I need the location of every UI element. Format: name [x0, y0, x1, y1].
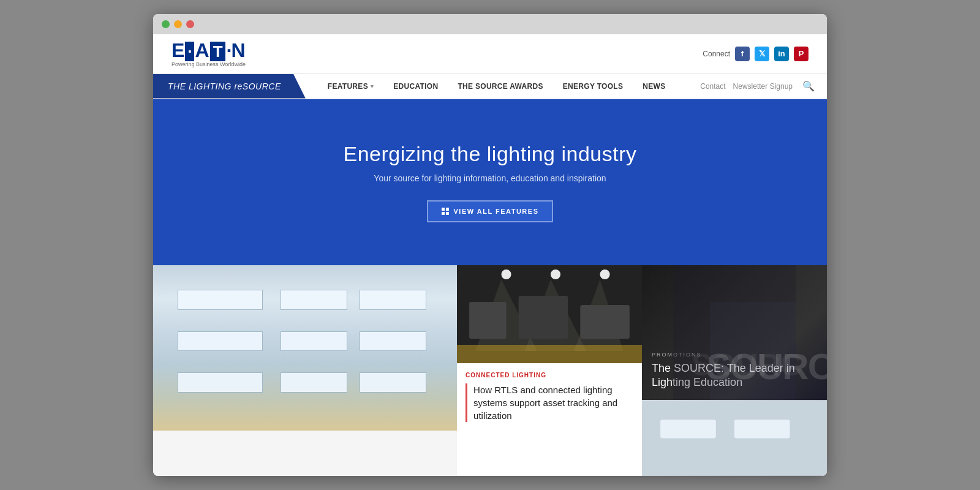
eaton-logo: E·AT·N	[172, 40, 246, 60]
svg-rect-4	[457, 345, 642, 363]
nav-brand-highlight: reSOURCE	[234, 81, 281, 91]
card-middle: CONNECTED LIGHTING How RTLS and connecte…	[457, 265, 642, 477]
ceiling-panel	[281, 372, 347, 392]
card-large[interactable]	[153, 265, 457, 477]
card-promo[interactable]: SOURC PROMOTIONS The SOURCE: The Leader …	[642, 265, 827, 400]
site-nav: THE LIGHTING reSOURCE FEATURES ▾ EDUCATI…	[153, 74, 827, 99]
svg-rect-12	[660, 420, 716, 438]
nav-source-awards[interactable]: THE SOURCE AWARDS	[448, 75, 552, 98]
source-watermark: SOURC	[706, 345, 827, 388]
nav-brand-text: THE LIGHTING	[168, 81, 234, 91]
ceiling-panel	[360, 372, 426, 392]
nav-education[interactable]: EDUCATION	[383, 75, 448, 98]
site-header: E·AT·N Powering Business Worldwide Conne…	[153, 34, 827, 74]
header-right: Connect f 𝕏 in P	[703, 47, 809, 61]
ceiling-panel	[360, 290, 426, 309]
svg-rect-6	[519, 296, 568, 339]
svg-rect-13	[734, 420, 790, 438]
card-large-image	[153, 265, 457, 431]
browser-window: E·AT·N Powering Business Worldwide Conne…	[153, 14, 827, 477]
dot-green[interactable]	[162, 20, 170, 28]
card-article-title[interactable]: How RTLS and connected lighting systems …	[466, 383, 633, 422]
dot-yellow[interactable]	[174, 20, 182, 28]
features-dropdown-arrow: ▾	[371, 83, 374, 89]
svg-rect-7	[580, 305, 630, 339]
nav-news[interactable]: NEWS	[633, 75, 675, 98]
svg-point-2	[551, 270, 560, 279]
twitter-icon[interactable]: 𝕏	[755, 47, 769, 61]
search-icon[interactable]: 🔍	[800, 78, 817, 94]
cards-section: CONNECTED LIGHTING How RTLS and connecte…	[153, 265, 827, 477]
ceiling-panel	[360, 331, 426, 351]
warehouse-simulation	[457, 265, 642, 363]
hero-subtitle: Your source for lighting information, ed…	[172, 173, 809, 183]
card-right: SOURC PROMOTIONS The SOURCE: The Leader …	[642, 265, 827, 477]
hero-section: Energizing the lighting industry Your so…	[153, 99, 827, 265]
nav-contact[interactable]: Contact	[700, 82, 725, 91]
ceiling-panel	[178, 331, 263, 351]
nav-features[interactable]: FEATURES ▾	[318, 75, 384, 98]
pinterest-icon[interactable]: P	[794, 47, 809, 61]
ceiling-simulation	[153, 265, 457, 431]
nav-brand[interactable]: THE LIGHTING reSOURCE	[153, 74, 306, 99]
svg-rect-5	[469, 302, 506, 339]
nav-energy-tools[interactable]: ENERGY TOOLS	[553, 75, 633, 98]
logo-area: E·AT·N Powering Business Worldwide	[172, 40, 246, 67]
card-bottom-image	[642, 400, 827, 477]
hero-title: Energizing the lighting industry	[172, 142, 809, 166]
ceiling-panel	[281, 290, 347, 309]
ceiling-panel	[178, 290, 263, 309]
card-middle-content: CONNECTED LIGHTING How RTLS and connecte…	[457, 363, 642, 477]
logo-tagline: Powering Business Worldwide	[172, 61, 246, 67]
dot-red[interactable]	[186, 20, 194, 28]
linkedin-icon[interactable]: in	[774, 47, 789, 61]
nav-secondary: Contact Newsletter Signup 🔍	[700, 78, 827, 94]
ceiling-panel	[178, 372, 263, 392]
connect-label: Connect	[703, 50, 730, 58]
facebook-icon[interactable]: f	[735, 47, 750, 61]
card-middle-image	[457, 265, 642, 363]
svg-point-1	[502, 270, 511, 279]
browser-chrome	[153, 14, 827, 34]
view-all-features-button[interactable]: VIEW ALL FEATURES	[427, 200, 554, 222]
nav-newsletter[interactable]: Newsletter Signup	[733, 82, 793, 91]
svg-point-3	[600, 270, 610, 279]
nav-links: FEATURES ▾ EDUCATION THE SOURCE AWARDS E…	[306, 75, 700, 98]
grid-icon	[442, 208, 449, 215]
ceiling-panel	[281, 331, 347, 351]
category-label: CONNECTED LIGHTING	[466, 372, 633, 379]
